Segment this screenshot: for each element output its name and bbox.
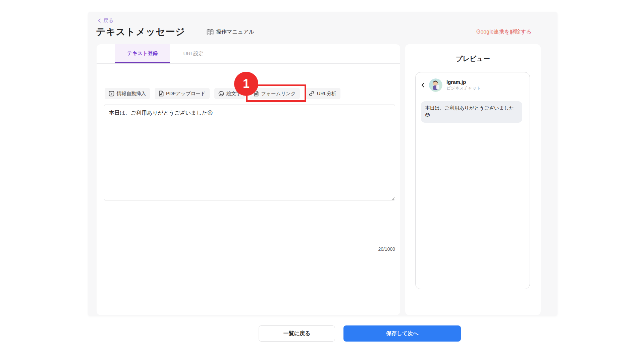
link-chain-icon: [309, 90, 315, 97]
app-window: 戻る テキストメッセージ 操作マニュアル Google連携を解除する テキスト登…: [0, 0, 644, 362]
manual-link[interactable]: 操作マニュアル: [207, 28, 254, 36]
tab-url-settings[interactable]: URL設定: [171, 44, 215, 63]
character-counter: 20/1000: [104, 246, 395, 252]
chat-meta: lgram.jp ビジネスチャット: [446, 79, 481, 91]
page-title: テキストメッセージ: [96, 25, 185, 38]
emoji-button[interactable]: 絵文字: [214, 88, 245, 99]
message-editor-card: テキスト登録 URL設定 情報自動挿入 PDFアップロード: [97, 44, 400, 315]
back-link[interactable]: 戻る: [98, 17, 113, 24]
chat-account-subtitle: ビジネスチャット: [446, 85, 481, 91]
insert-icon: [109, 91, 114, 97]
tool-btn-label: 絵文字: [226, 90, 241, 97]
emoji-smiley-icon: [218, 91, 224, 97]
chat-account-name: lgram.jp: [446, 79, 481, 85]
form-document-icon: [254, 90, 259, 97]
chat-back-button[interactable]: [421, 82, 425, 88]
tool-btn-label: PDFアップロード: [166, 90, 206, 97]
preview-message-bubble: 本日は、ご利用ありがとうございました😌: [421, 101, 522, 123]
back-link-label: 戻る: [103, 17, 113, 24]
back-to-list-button[interactable]: 一覧に戻る: [259, 325, 335, 342]
editor-toolbar: 情報自動挿入 PDFアップロード 絵文字: [105, 88, 340, 99]
open-book-icon: [207, 29, 214, 35]
chevron-left-icon: [421, 82, 425, 88]
chat-preview-frame: lgram.jp ビジネスチャット 本日は、ご利用ありがとうございました😌: [415, 72, 530, 289]
tool-btn-label: URL分析: [317, 90, 336, 97]
google-unlink-link[interactable]: Google連携を解除する: [476, 28, 532, 36]
url-analysis-button[interactable]: URL分析: [305, 88, 340, 99]
pdf-file-icon: [159, 90, 164, 97]
tool-btn-label: 情報自動挿入: [117, 90, 146, 97]
tool-btn-label: フォームリンク: [261, 90, 296, 97]
pdf-upload-button[interactable]: PDFアップロード: [155, 88, 210, 99]
message-textarea[interactable]: 本日は、ご利用ありがとうございました😌: [104, 105, 395, 200]
manual-link-label: 操作マニュアル: [216, 28, 254, 36]
chevron-left-icon: [98, 18, 101, 23]
footer-actions: 一覧に戻る 保存して次へ: [0, 325, 644, 342]
auto-insert-info-button[interactable]: 情報自動挿入: [105, 88, 150, 99]
form-link-button[interactable]: フォームリンク: [250, 88, 300, 99]
avatar: [429, 78, 442, 92]
preview-panel: プレビュー: [405, 44, 541, 315]
chat-header: lgram.jp ビジネスチャット: [416, 72, 530, 97]
preview-title: プレビュー: [405, 54, 541, 63]
tab-text-register[interactable]: テキスト登録: [115, 44, 170, 63]
save-and-next-button[interactable]: 保存して次へ: [343, 325, 461, 342]
tab-row: テキスト登録 URL設定: [97, 44, 400, 64]
